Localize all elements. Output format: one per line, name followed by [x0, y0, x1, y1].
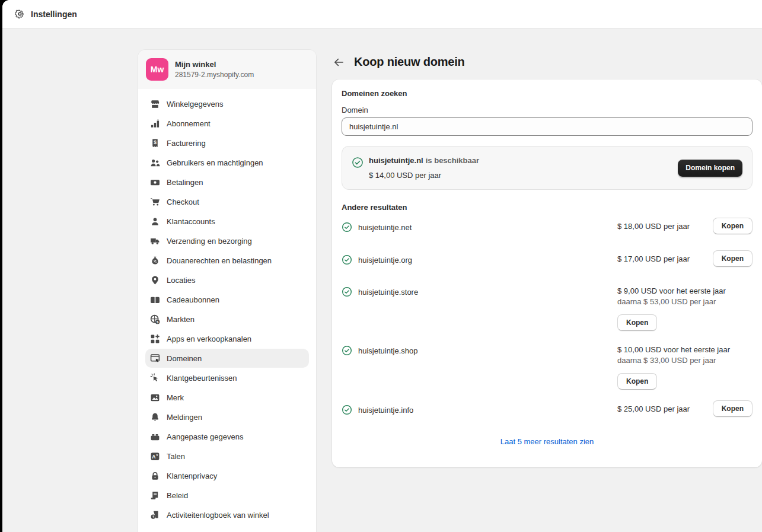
sidebar-item-klantenprivacy[interactable]: Klantenprivacy — [145, 466, 309, 485]
result-price: $ 25,00 USD per jaar — [617, 404, 690, 413]
gift-card-icon — [150, 295, 160, 305]
activity-log-icon — [150, 510, 160, 520]
sidebar-item-label: Klantgebeurtenissen — [167, 374, 237, 383]
image-icon — [150, 393, 160, 403]
available-status: is beschikbaar — [426, 156, 479, 165]
store-avatar: Mw — [146, 58, 168, 81]
sidebar-item-label: Talen — [167, 452, 185, 461]
globe-dollar-icon: $ — [150, 314, 160, 324]
sidebar-item-merk[interactable]: Merk — [145, 388, 309, 407]
sidebar-item-betalingen[interactable]: Betalingen — [145, 173, 309, 192]
money-bag-icon — [150, 256, 160, 266]
sidebar-item-label: Activiteitenlogboek van winkel — [167, 511, 269, 520]
result-domain: huisjetuintje.org — [358, 256, 412, 265]
domain-field-label: Domein — [342, 106, 753, 114]
store-name: Mijn winkel — [175, 60, 254, 69]
kopen-button[interactable]: Kopen — [713, 400, 753, 417]
availability-text: huisjetuintje.nlis beschikbaar $ 14,00 U… — [369, 156, 672, 180]
sidebar-item-label: Merk — [167, 393, 184, 402]
sidebar-item-label: Facturering — [167, 139, 206, 148]
sidebar-item-locaties[interactable]: Locaties — [145, 270, 309, 289]
sidebar-item-label: Apps en verkoopkanalen — [167, 335, 251, 343]
settings-title: Instellingen — [31, 9, 77, 19]
check-circle-icon — [342, 222, 352, 232]
main-panel: Koop nieuw domein Domeinen zoeken Domein… — [332, 28, 762, 467]
settings-topbar: Instellingen — [2, 0, 762, 28]
location-pin-icon — [150, 275, 160, 285]
sidebar-item-activiteitenlogboek[interactable]: Activiteitenlogboek van winkel — [145, 505, 309, 524]
sidebar-item-label: Abonnement — [167, 119, 211, 128]
domain-result-row: huisjetuintje.info $ 25,00 USD per jaar … — [342, 394, 753, 427]
sidebar-item-talen[interactable]: A Talen — [145, 447, 309, 466]
store-switcher[interactable]: Mw Mijn winkel 281579-2.myshopify.com — [138, 50, 316, 89]
sidebar-item-meldingen[interactable]: Meldingen — [145, 407, 309, 426]
sidebar-item-label: Locaties — [167, 276, 195, 285]
buy-domain-button[interactable]: Domein kopen — [678, 160, 742, 177]
person-icon — [150, 216, 160, 227]
translate-icon: A — [150, 451, 160, 461]
domains-icon — [150, 353, 160, 364]
sidebar-item-klantaccounts[interactable]: Klantaccounts — [145, 212, 309, 231]
back-button[interactable] — [332, 56, 345, 69]
sidebar-item-douanerechten[interactable]: Douanerechten en belastingen — [145, 251, 309, 270]
result-domain: huisjetuintje.shop — [358, 346, 417, 355]
gear-icon — [15, 9, 25, 19]
result-domain: huisjetuintje.store — [358, 288, 418, 297]
sidebar-item-gebruikers[interactable]: Gebruikers en machtigingen — [145, 153, 309, 172]
sidebar-item-label: Beleid — [167, 491, 188, 500]
result-price: $ 17,00 USD per jaar — [617, 254, 690, 263]
lock-icon — [150, 471, 160, 481]
availability-banner: huisjetuintje.nlis beschikbaar $ 14,00 U… — [342, 146, 753, 190]
domain-result-row: huisjetuintje.org $ 17,00 USD per jaar K… — [342, 244, 753, 277]
kopen-button[interactable]: Kopen — [617, 373, 657, 390]
settings-sidebar: Mw Mijn winkel 281579-2.myshopify.com Wi… — [138, 50, 316, 532]
apps-grid-icon — [150, 334, 160, 344]
truck-icon — [150, 236, 160, 246]
show-more-results-link[interactable]: Laat 5 meer resultaten zien — [500, 437, 594, 446]
sidebar-item-label: Aangepaste gegevens — [167, 432, 243, 441]
blocks-icon — [150, 432, 160, 442]
result-price: $ 9,00 USD voor het eerste jaar — [617, 286, 753, 295]
sidebar-item-beleid[interactable]: Beleid — [145, 486, 309, 505]
result-price-secondary: daarna $ 33,00 USD per jaar — [617, 356, 753, 365]
page-header: Koop nieuw domein — [332, 55, 762, 69]
sidebar-item-domeinen[interactable]: Domeinen — [145, 349, 309, 368]
scroll-icon — [150, 490, 160, 501]
store-domain: 281579-2.myshopify.com — [175, 71, 254, 79]
cart-icon — [150, 197, 160, 207]
domain-search-input[interactable] — [342, 117, 753, 136]
sidebar-item-checkout[interactable]: Checkout — [145, 192, 309, 211]
available-domain: huisjetuintje.nl — [369, 156, 423, 165]
sidebar-item-aangepaste-gegevens[interactable]: Aangepaste gegevens — [145, 427, 309, 446]
sidebar-item-klantgebeurtenissen[interactable]: Klantgebeurtenissen — [145, 368, 309, 387]
sidebar-item-facturering[interactable]: $ Facturering — [145, 133, 309, 152]
sidebar-item-cadeaubonnen[interactable]: Cadeaubonnen — [145, 290, 309, 309]
domain-result-row: huisjetuintje.store $ 9,00 USD voor het … — [342, 277, 753, 336]
sidebar-item-label: Domeinen — [167, 354, 202, 363]
sidebar-item-markten[interactable]: $ Markten — [145, 310, 309, 329]
cursor-spark-icon — [150, 373, 160, 383]
kopen-button[interactable]: Kopen — [713, 218, 753, 234]
check-circle-icon — [352, 157, 364, 168]
sidebar-item-abonnement[interactable]: Abonnement — [145, 114, 309, 133]
check-circle-icon — [342, 286, 352, 297]
plan-icon — [150, 119, 160, 129]
kopen-button[interactable]: Kopen — [617, 314, 657, 331]
sidebar-item-label: Klantaccounts — [167, 217, 215, 226]
sidebar-item-label: Checkout — [167, 197, 199, 206]
sidebar-item-winkelgegevens[interactable]: Winkelgegevens — [145, 94, 309, 113]
bell-icon — [150, 412, 160, 422]
storefront-icon — [150, 99, 160, 109]
sidebar-item-label: Verzending en bezorging — [167, 237, 252, 246]
result-domain: huisjetuintje.info — [358, 406, 413, 415]
sidebar-item-apps[interactable]: Apps en verkoopkanalen — [145, 329, 309, 348]
other-results-heading: Andere resultaten — [342, 203, 753, 212]
result-price-secondary: daarna $ 53,00 USD per jaar — [617, 297, 753, 306]
sidebar-item-label: Meldingen — [167, 413, 202, 422]
sidebar-item-label: Markten — [167, 315, 195, 324]
check-circle-icon — [342, 345, 352, 356]
kopen-button[interactable]: Kopen — [713, 250, 753, 267]
sidebar-item-label: Klantenprivacy — [167, 472, 217, 480]
payments-icon — [150, 177, 160, 187]
sidebar-item-verzending[interactable]: Verzending en bezorging — [145, 231, 309, 250]
